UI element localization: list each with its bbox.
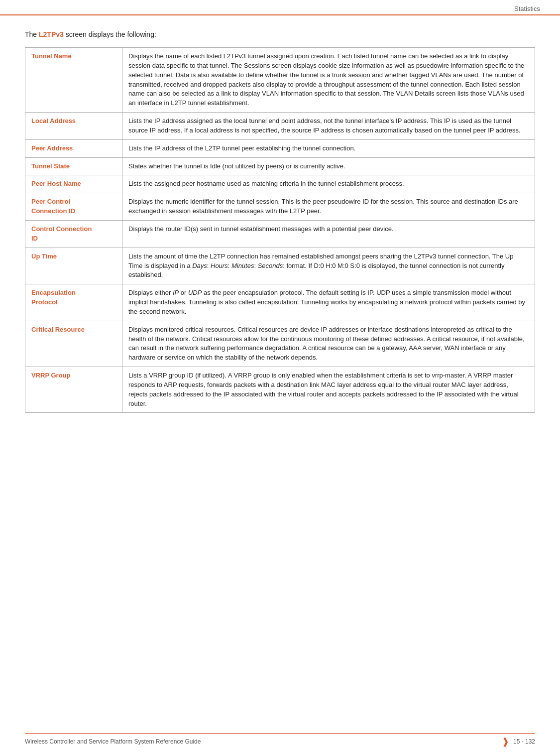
footer-right: ❱ 15 - 132 (502, 736, 535, 747)
table-cell-label: Local Address (25, 113, 122, 140)
table-cell-label: Up Time (25, 248, 122, 284)
table-cell-label: Peer ControlConnection ID (25, 193, 122, 221)
intro-highlight: L2TPv3 (39, 30, 64, 38)
table-cell-description: Lists the IP address of the L2TP tunnel … (122, 139, 535, 157)
intro-line: The L2TPv3 screen displays the following… (25, 30, 535, 38)
table-row: Up TimeLists the amount of time the L2TP… (25, 248, 535, 284)
table-cell-label: EncapsulationProtocol (25, 284, 122, 321)
data-table: Tunnel NameDisplays the name of each lis… (25, 47, 535, 413)
header-title: Statistics (514, 5, 540, 12)
table-cell-description: Lists a VRRP group ID (if utilized). A V… (122, 367, 535, 413)
table-cell-description: Lists the assigned peer hostname used as… (122, 175, 535, 193)
table-cell-description: Displays the name of each listed L2TPv3 … (122, 48, 535, 113)
table-cell-description: States whether the tunnel is Idle (not u… (122, 157, 535, 175)
table-row: Critical ResourceDisplays monitored crit… (25, 321, 535, 367)
table-row: Local AddressLists the IP address assign… (25, 113, 535, 140)
table-cell-label: Control ConnectionID (25, 220, 122, 248)
table-row: Peer AddressLists the IP address of the … (25, 139, 535, 157)
table-row: Tunnel StateStates whether the tunnel is… (25, 157, 535, 175)
footer-chevron-icon: ❱ (502, 736, 509, 747)
intro-suffix: screen displays the following: (64, 30, 156, 38)
page-content: The L2TPv3 screen displays the following… (0, 15, 560, 443)
page-footer: Wireless Controller and Service Platform… (0, 736, 560, 747)
table-cell-description: Displays the numeric identifier for the … (122, 193, 535, 221)
table-row: Peer ControlConnection IDDisplays the nu… (25, 193, 535, 221)
footer-page: 15 - 132 (513, 738, 535, 745)
table-cell-label: Tunnel State (25, 157, 122, 175)
table-row: Control ConnectionIDDisplays the router … (25, 220, 535, 248)
table-row: Tunnel NameDisplays the name of each lis… (25, 48, 535, 113)
table-cell-label: Tunnel Name (25, 48, 122, 113)
table-row: EncapsulationProtocolDisplays either IP … (25, 284, 535, 321)
table-cell-description: Displays monitored critical resources. C… (122, 321, 535, 367)
table-cell-description: Displays the router ID(s) sent in tunnel… (122, 220, 535, 248)
table-cell-label: Critical Resource (25, 321, 122, 367)
footer-divider (25, 733, 535, 734)
table-cell-label: VRRP Group (25, 367, 122, 413)
footer-left: Wireless Controller and Service Platform… (25, 738, 201, 745)
table-row: Peer Host NameLists the assigned peer ho… (25, 175, 535, 193)
table-cell-description: Lists the amount of time the L2TP connec… (122, 248, 535, 284)
intro-prefix: The (25, 30, 39, 38)
table-cell-description: Lists the IP address assigned as the loc… (122, 113, 535, 140)
table-cell-description: Displays either IP or UDP as the peer en… (122, 284, 535, 321)
page-header: Statistics (0, 0, 560, 15)
table-cell-label: Peer Address (25, 139, 122, 157)
table-cell-label: Peer Host Name (25, 175, 122, 193)
table-row: VRRP GroupLists a VRRP group ID (if util… (25, 367, 535, 413)
